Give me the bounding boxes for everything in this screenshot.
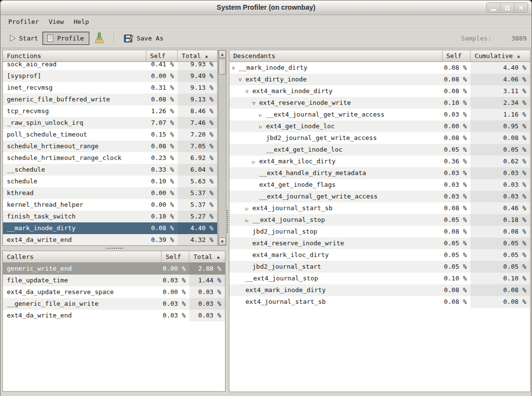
- table-row[interactable]: schedule_hrtimeout_range_clock0.23 %6.92…: [3, 152, 217, 164]
- table-row[interactable]: jbd2_journal_start0.05 %0.05 %: [229, 261, 530, 273]
- table-row[interactable]: ext4_mark_iloc_dirty0.05 %0.05 %: [229, 249, 530, 261]
- table-row[interactable]: ext4_da_write_end0.03 %0.03 %: [3, 310, 225, 321]
- table-row[interactable]: ▷ext4_mark_iloc_dirty0.36 %0.62 %: [229, 156, 530, 167]
- table-row[interactable]: ▷ext4_get_inode_loc0.00 %0.95 %: [229, 120, 530, 132]
- close-button[interactable]: ✕: [514, 3, 528, 13]
- reset-button[interactable]: [89, 30, 109, 47]
- self-percent-cell: 0.08 %: [146, 140, 178, 152]
- maximize-button[interactable]: [500, 3, 514, 13]
- expander-closed-icon[interactable]: ▷: [246, 215, 252, 226]
- table-row[interactable]: generic_write_end0.00 %2.88 %: [3, 263, 225, 275]
- table-row[interactable]: generic_file_buffered_write0.08 %9.13 %: [3, 94, 217, 105]
- total-percent-cell: 4.32 %: [178, 234, 217, 245]
- table-row[interactable]: __schedule0.33 %6.04 %: [3, 164, 217, 176]
- column-header-total[interactable]: Total▲: [178, 50, 217, 62]
- table-row[interactable]: schedule_hrtimeout_range0.08 %7.05 %: [3, 140, 217, 152]
- table-row[interactable]: schedule0.10 %5.63 %: [3, 176, 217, 187]
- expander-closed-icon[interactable]: ▷: [246, 203, 252, 214]
- play-icon: [9, 35, 16, 42]
- menu-profiler[interactable]: Profiler: [3, 17, 44, 27]
- table-row[interactable]: ▽ext4_dirty_inode0.08 %4.06 %: [229, 74, 530, 85]
- minimize-button[interactable]: [487, 3, 500, 13]
- start-button[interactable]: Start: [4, 32, 42, 44]
- horizontal-pane-splitter[interactable]: [2, 246, 226, 251]
- table-row[interactable]: jbd2_journal_stop0.08 %0.08 %: [229, 226, 530, 238]
- column-header-total[interactable]: Total▲: [189, 251, 225, 263]
- function-name: ext4_get_inode_loc: [266, 122, 335, 130]
- expander-open-icon[interactable]: ▽: [246, 86, 252, 97]
- table-row[interactable]: kernel_thread_helper0.00 %5.37 %: [3, 199, 217, 211]
- self-percent-cell: 0.15 %: [146, 129, 178, 140]
- table-row[interactable]: inet_recvmsg0.31 %9.13 %: [3, 82, 217, 94]
- table-row[interactable]: ext4_reserve_inode_write0.05 %0.05 %: [229, 238, 530, 249]
- scroll-down-button[interactable]: ▼: [219, 238, 226, 245]
- function-name-cell: schedule_hrtimeout_range_clock: [3, 152, 146, 164]
- app-window: System Profiler (on crownbay) ✕ Profiler…: [0, 0, 532, 396]
- profile-button-label: Profile: [57, 35, 84, 42]
- column-header-self[interactable]: Self: [146, 50, 178, 62]
- table-row[interactable]: ▷__ext4_journal_get_write_access0.03 %1.…: [229, 109, 530, 120]
- minimize-icon: [491, 9, 496, 11]
- functions-panel: Functions Self Total▲ sock_aio_read0.41 …: [2, 50, 218, 246]
- column-header-label: Functions: [7, 51, 41, 61]
- expander-open-icon[interactable]: ▽: [252, 98, 259, 109]
- menu-help[interactable]: Help: [69, 17, 94, 27]
- column-header-self[interactable]: Self: [443, 50, 471, 62]
- table-row[interactable]: file_update_time0.03 %1.44 %: [3, 275, 225, 286]
- table-row[interactable]: __ext4_journal_get_write_access0.03 %0.0…: [229, 191, 530, 202]
- table-row[interactable]: __ext4_journal_stop0.10 %0.10 %: [229, 273, 530, 284]
- table-row[interactable]: ▽ext4_mark_inode_dirty0.08 %3.11 %: [229, 85, 530, 97]
- expander-closed-icon[interactable]: ▷: [259, 109, 266, 120]
- table-row[interactable]: [sysprof]0.00 %9.49 %: [3, 70, 217, 82]
- table-row[interactable]: ▽ext4_reserve_inode_write0.10 %2.34 %: [229, 97, 530, 109]
- function-name: ext4_get_inode_flags: [259, 181, 336, 188]
- table-row[interactable]: poll_schedule_timeout0.15 %7.20 %: [3, 129, 217, 140]
- table-row[interactable]: kthread0.00 %5.37 %: [3, 187, 217, 199]
- column-header-descendants[interactable]: Descendants: [229, 50, 443, 62]
- table-row[interactable]: ext4_mark_inode_dirty0.08 %0.08 %: [229, 284, 530, 296]
- descendants-header-row: Descendants Self Cumulative▲: [229, 50, 530, 62]
- table-row[interactable]: finish_task_switch0.10 %5.27 %: [3, 211, 217, 222]
- title-bar[interactable]: System Profiler (on crownbay) ✕: [0, 0, 532, 15]
- column-header-callers[interactable]: Callers: [3, 251, 162, 263]
- table-row[interactable]: sock_aio_read0.41 %9.93 %: [3, 62, 217, 70]
- function-name: jbd2_journal_stop: [252, 228, 317, 235]
- table-row[interactable]: _raw_spin_unlock_irq7.07 %7.46 %: [3, 117, 217, 129]
- expander-open-icon[interactable]: ▽: [232, 62, 239, 74]
- self-percent-cell: 0.03 %: [443, 167, 471, 179]
- profile-toggle-button[interactable]: Profile: [42, 32, 89, 45]
- function-name: ext4_da_write_end: [7, 236, 72, 243]
- save-as-button[interactable]: Save As: [119, 31, 168, 46]
- table-row[interactable]: __ext4_get_inode_loc0.05 %0.05 %: [229, 144, 530, 156]
- table-row[interactable]: ▷__ext4_journal_stop0.05 %0.18 %: [229, 214, 530, 226]
- scrollbar-thumb[interactable]: [219, 59, 226, 75]
- table-row[interactable]: __generic_file_aio_write0.03 %0.03 %: [3, 298, 225, 310]
- table-row[interactable]: ext4_da_update_reserve_space0.00 %0.03 %: [3, 286, 225, 298]
- total-percent-cell: 9.13 %: [178, 94, 217, 105]
- expander-closed-icon[interactable]: ▷: [252, 156, 259, 167]
- total-percent-cell: 2.88 %: [189, 263, 225, 275]
- self-percent-cell: 0.03 %: [162, 310, 190, 321]
- column-header-functions[interactable]: Functions: [3, 50, 146, 62]
- function-name: generic_file_buffered_write: [7, 96, 110, 103]
- table-row[interactable]: tcp_recvmsg1.26 %8.46 %: [3, 105, 217, 117]
- table-row[interactable]: ▽__mark_inode_dirty0.08 %4.40 %: [229, 62, 530, 74]
- table-row[interactable]: ext4_da_write_end0.39 %4.32 %: [3, 234, 217, 245]
- table-row[interactable]: jbd2_journal_get_write_access0.08 %0.08 …: [229, 132, 530, 144]
- column-header-self[interactable]: Self: [162, 251, 189, 263]
- function-name-cell: jbd2_journal_start: [229, 261, 443, 273]
- scroll-up-button[interactable]: ▲: [219, 50, 226, 58]
- table-row[interactable]: ▷ext4_journal_start_sb0.08 %0.46 %: [229, 202, 530, 214]
- menu-view[interactable]: View: [44, 17, 69, 27]
- total-percent-cell: 0.95 %: [471, 120, 530, 132]
- expander-closed-icon[interactable]: ▷: [259, 121, 266, 132]
- functions-scrollbar[interactable]: ▲ ▼: [218, 50, 226, 246]
- table-row[interactable]: ext4_get_inode_flags0.03 %0.03 %: [229, 179, 530, 191]
- table-row[interactable]: __ext4_handle_dirty_metadata0.03 %0.03 %: [229, 167, 530, 179]
- function-name-cell: ▷ext4_journal_start_sb: [229, 202, 443, 214]
- expander-open-icon[interactable]: ▽: [239, 74, 246, 85]
- table-row[interactable]: __mark_inode_dirty0.08 %4.40 %: [3, 222, 217, 234]
- function-name: jbd2_journal_start: [252, 263, 321, 270]
- column-header-cumulative[interactable]: Cumulative▲: [471, 50, 530, 62]
- table-row[interactable]: ext4_journal_start_sb0.08 %0.08 %: [229, 296, 530, 308]
